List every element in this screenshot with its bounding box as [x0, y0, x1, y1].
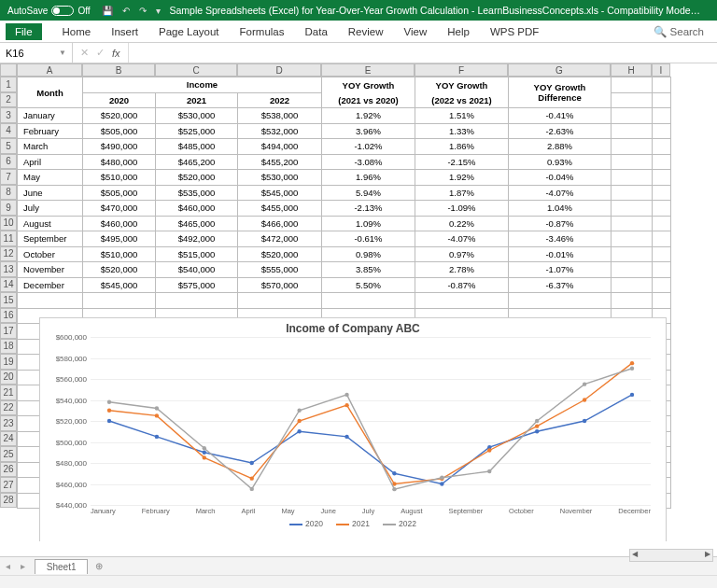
cell[interactable] — [322, 293, 415, 309]
row-header-4[interactable]: 4 — [0, 123, 17, 139]
row-header-20[interactable]: 20 — [0, 370, 17, 385]
tab-page-layout[interactable]: Page Layout — [159, 26, 219, 37]
toggle-off-icon[interactable] — [51, 6, 74, 16]
col-header-H[interactable]: H — [611, 63, 652, 77]
cell[interactable]: $555,000 — [238, 262, 322, 278]
row-header-13[interactable]: 13 — [0, 261, 17, 277]
formula-input[interactable] — [128, 43, 717, 63]
cell[interactable] — [612, 201, 653, 217]
cell[interactable] — [612, 139, 653, 155]
cell[interactable]: -0.01% — [509, 246, 612, 262]
col-header-G[interactable]: G — [508, 63, 611, 77]
col-header-B[interactable]: B — [82, 63, 155, 77]
cell[interactable]: September — [18, 231, 83, 247]
cell[interactable] — [18, 293, 83, 309]
cell[interactable]: March — [18, 139, 83, 155]
cell[interactable]: 5.50% — [322, 277, 415, 293]
cell[interactable]: $510,000 — [83, 170, 156, 186]
chevron-down-icon[interactable]: ▼ — [59, 49, 66, 57]
cell[interactable] — [156, 293, 238, 309]
col-header-E[interactable]: E — [321, 63, 415, 77]
col-header-A[interactable]: A — [17, 63, 82, 77]
cell[interactable] — [653, 277, 671, 293]
row-header-1[interactable]: 1 — [0, 77, 17, 92]
cell[interactable]: $505,000 — [83, 123, 156, 139]
cell[interactable]: $460,000 — [156, 201, 238, 217]
cell[interactable]: $530,000 — [156, 108, 238, 124]
cell[interactable]: $520,000 — [238, 246, 322, 262]
cell[interactable]: 2022 — [238, 92, 322, 108]
undo-icon[interactable]: ↶ — [122, 6, 130, 16]
cell[interactable]: 2.78% — [415, 262, 509, 278]
cell[interactable]: 1.09% — [322, 216, 415, 231]
cell[interactable] — [415, 293, 509, 309]
income-chart[interactable]: Income of Company ABC $600,000$580,000$5… — [39, 317, 667, 541]
cell[interactable]: $460,000 — [83, 216, 156, 231]
cell[interactable]: $538,000 — [238, 108, 322, 124]
col-header-I[interactable]: I — [652, 63, 670, 77]
cell[interactable]: $545,000 — [83, 277, 156, 293]
cell[interactable] — [612, 108, 653, 124]
cell[interactable]: $492,000 — [156, 231, 238, 247]
cell[interactable]: $545,000 — [238, 185, 322, 201]
cell[interactable]: 1.87% — [415, 185, 509, 201]
cell[interactable]: January — [18, 108, 83, 124]
cell[interactable] — [653, 139, 671, 155]
cell[interactable]: 2021 — [156, 92, 238, 108]
cell[interactable]: 2.88% — [509, 139, 612, 155]
name-box[interactable]: K16 ▼ — [0, 43, 73, 63]
cell[interactable]: $530,000 — [238, 170, 322, 186]
cell[interactable]: $540,000 — [156, 262, 238, 278]
cell[interactable]: -1.09% — [415, 201, 509, 217]
row-header-12[interactable]: 12 — [0, 246, 17, 262]
cell[interactable]: 2020 — [83, 92, 156, 108]
row-header-16[interactable]: 16 — [0, 308, 17, 324]
row-header-25[interactable]: 25 — [0, 446, 17, 462]
add-sheet-icon[interactable]: ⊕ — [88, 561, 110, 571]
row-header-3[interactable]: 3 — [0, 107, 17, 123]
horizontal-scrollbar[interactable]: ◀ ▶ — [629, 549, 713, 562]
cell[interactable] — [83, 293, 156, 309]
cell[interactable]: 1.33% — [415, 123, 509, 139]
cell[interactable]: 1.51% — [415, 108, 509, 124]
row-header-24[interactable]: 24 — [0, 431, 17, 447]
cell[interactable] — [509, 293, 612, 309]
cell[interactable]: -1.07% — [509, 262, 612, 278]
cell[interactable] — [653, 170, 671, 186]
cell[interactable] — [612, 154, 653, 170]
row-header-21[interactable]: 21 — [0, 385, 17, 400]
cell[interactable] — [653, 246, 671, 262]
cell[interactable]: $455,200 — [238, 154, 322, 170]
cell[interactable] — [653, 108, 671, 124]
cell[interactable]: -0.41% — [509, 108, 612, 124]
cell[interactable]: April — [18, 154, 83, 170]
row-header-2[interactable]: 2 — [0, 92, 17, 108]
cell[interactable]: 1.04% — [509, 201, 612, 217]
cell[interactable]: -3.46% — [509, 231, 612, 247]
redo-icon[interactable]: ↷ — [139, 6, 147, 16]
cell[interactable]: $472,000 — [238, 231, 322, 247]
fx-icon[interactable]: fx — [112, 48, 120, 59]
row-header-22[interactable]: 22 — [0, 400, 17, 416]
tab-view[interactable]: View — [404, 26, 428, 37]
row-header-23[interactable]: 23 — [0, 415, 17, 431]
cell[interactable]: -2.13% — [322, 201, 415, 217]
row-header-11[interactable]: 11 — [0, 231, 17, 246]
cell[interactable]: Month — [18, 77, 83, 108]
cell[interactable] — [612, 262, 653, 278]
select-all-corner[interactable] — [0, 63, 17, 77]
save-icon[interactable]: 💾 — [102, 6, 113, 16]
cell[interactable]: -0.87% — [415, 277, 509, 293]
row-header-17[interactable]: 17 — [0, 323, 17, 339]
row-header-15[interactable]: 15 — [0, 292, 17, 308]
cell[interactable]: $520,000 — [83, 108, 156, 124]
tab-review[interactable]: Review — [348, 26, 384, 37]
cell[interactable]: YOY Growth — [415, 77, 509, 93]
row-header-14[interactable]: 14 — [0, 277, 17, 293]
cell[interactable] — [612, 92, 653, 108]
cell[interactable] — [612, 185, 653, 201]
cell[interactable]: YOY Growth — [322, 77, 415, 93]
cell[interactable]: (2022 vs 2021) — [415, 92, 509, 108]
cell[interactable]: 0.22% — [415, 216, 509, 231]
cell[interactable]: $455,000 — [238, 201, 322, 217]
